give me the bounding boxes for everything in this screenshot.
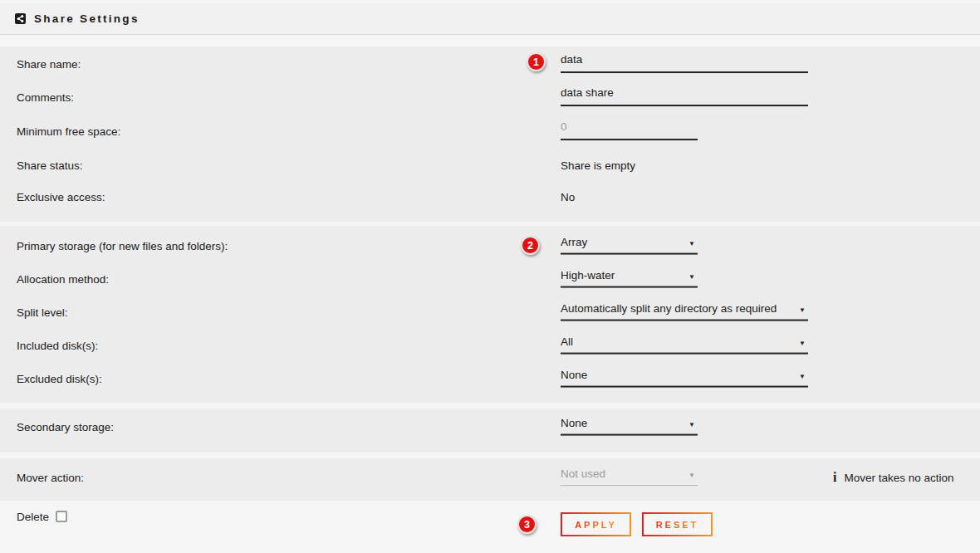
reset-button[interactable]: RESET <box>642 512 713 536</box>
section-storage-settings: Primary storage (for new files and folde… <box>0 226 980 403</box>
annotation-marker-2: 2 <box>521 236 540 255</box>
info-icon: i <box>833 471 836 484</box>
comments-label: Comments: <box>17 91 74 104</box>
split-level-value: Automatically split any directory as req… <box>561 302 777 315</box>
excluded-disks-select[interactable]: None ▼ <box>561 369 808 388</box>
share-status-label: Share status: <box>17 159 83 172</box>
mover-info: i Mover takes no action <box>833 471 954 484</box>
caret-down-icon: ▼ <box>688 273 695 281</box>
section-mover-action: Mover action: Not used ▼ i Mover takes n… <box>0 458 980 501</box>
mover-action-row: Mover action: Not used ▼ i Mover takes n… <box>0 461 980 494</box>
included-disks-value: All <box>561 335 573 348</box>
split-level-row: Split level: Automatically split any dir… <box>0 296 980 329</box>
min-free-space-label: Minimum free space: <box>17 125 120 138</box>
primary-storage-label: Primary storage (for new files and folde… <box>17 240 228 252</box>
page-title: Share Settings <box>34 12 140 25</box>
apply-button[interactable]: APPLY <box>561 512 631 536</box>
caret-down-icon: ▼ <box>688 240 695 248</box>
footer-actions: Delete APPLY RESET <box>0 501 980 553</box>
exclusive-access-value: No <box>561 191 575 203</box>
min-free-space-row: Minimum free space: <box>0 115 980 148</box>
secondary-storage-value: None <box>561 417 587 429</box>
comments-input[interactable] <box>561 86 808 106</box>
reset-button-label: RESET <box>656 520 699 530</box>
primary-storage-value: Array <box>561 236 587 248</box>
annotation-marker-3: 3 <box>517 515 537 534</box>
delete-label: Delete <box>17 511 49 523</box>
min-free-space-input[interactable] <box>561 120 698 140</box>
caret-down-icon: ▼ <box>799 340 806 348</box>
annotation-marker-1: 1 <box>527 52 546 71</box>
delete-row: Delete <box>17 506 67 527</box>
mover-action-label: Mover action: <box>17 472 84 484</box>
share-name-row: Share name: <box>0 47 980 81</box>
allocation-method-select[interactable]: High-water ▼ <box>561 269 698 288</box>
share-status-row: Share status: Share is empty <box>0 149 980 182</box>
mover-info-text: Mover takes no action <box>844 472 953 484</box>
share-square-icon <box>15 13 26 24</box>
section-basic-settings: Share name: Comments: Minimum free space… <box>0 46 980 222</box>
mover-action-select: Not used ▼ <box>561 467 698 486</box>
primary-storage-select[interactable]: Array ▼ <box>561 236 698 255</box>
caret-down-icon: ▼ <box>688 421 695 429</box>
allocation-method-row: Allocation method: High-water ▼ <box>0 262 980 296</box>
excluded-disks-row: Excluded disk(s): None ▼ <box>0 362 980 395</box>
mover-action-value: Not used <box>561 467 605 480</box>
comments-row: Comments: <box>0 81 980 114</box>
share-name-input[interactable] <box>561 53 808 73</box>
secondary-storage-select[interactable]: None ▼ <box>561 417 698 436</box>
delete-checkbox[interactable] <box>56 511 67 522</box>
caret-down-icon: ▼ <box>688 472 695 480</box>
allocation-method-value: High-water <box>561 269 615 281</box>
section-secondary-storage: Secondary storage: None ▼ <box>0 409 980 453</box>
included-disks-row: Included disk(s): All ▼ <box>0 329 980 362</box>
excluded-disks-value: None <box>561 369 587 381</box>
page-header: Share Settings <box>0 3 980 35</box>
included-disks-select[interactable]: All ▼ <box>561 335 808 355</box>
included-disks-label: Included disk(s): <box>17 340 98 352</box>
secondary-storage-row: Secondary storage: None ▼ <box>0 410 980 443</box>
excluded-disks-label: Excluded disk(s): <box>17 373 102 385</box>
secondary-storage-label: Secondary storage: <box>17 421 114 433</box>
allocation-method-label: Allocation method: <box>17 273 109 286</box>
exclusive-access-label: Exclusive access: <box>17 191 105 203</box>
split-level-select[interactable]: Automatically split any directory as req… <box>561 302 808 321</box>
caret-down-icon: ▼ <box>799 373 806 381</box>
share-name-label: Share name: <box>17 58 81 71</box>
action-buttons: APPLY RESET <box>561 512 713 536</box>
caret-down-icon: ▼ <box>799 306 806 315</box>
share-status-value: Share is empty <box>561 159 635 172</box>
share-settings-page: Share Settings Share name: Comments: Min… <box>0 0 980 553</box>
split-level-label: Split level: <box>17 306 68 319</box>
primary-storage-row: Primary storage (for new files and folde… <box>0 229 980 262</box>
apply-button-label: APPLY <box>575 520 617 530</box>
exclusive-access-row: Exclusive access: No <box>0 180 980 213</box>
